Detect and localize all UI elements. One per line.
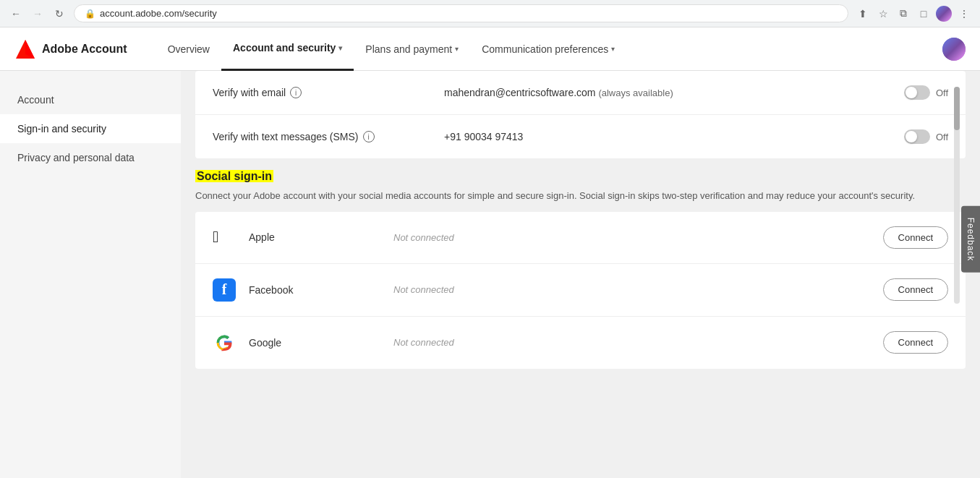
back-button[interactable]: ← xyxy=(7,5,25,22)
browser-chrome: ← → ↻ 🔒 account.adobe.com/security ⬆ ☆ ⧉… xyxy=(0,0,980,27)
share-icon[interactable]: ⬆ xyxy=(854,5,872,22)
chevron-down-icon: ▾ xyxy=(338,44,342,52)
facebook-connect-button[interactable]: Connect xyxy=(883,278,948,301)
social-row-apple:  Apple Not connected Connect xyxy=(195,212,966,264)
toggle-knob xyxy=(906,131,917,142)
app-title: Adobe Account xyxy=(42,43,127,56)
verify-sms-toggle[interactable] xyxy=(904,129,930,144)
social-signin-heading-area: Social sign-in xyxy=(195,170,966,183)
chevron-down-icon: ▾ xyxy=(455,45,459,53)
social-signin-description: Connect your Adobe account with your soc… xyxy=(195,189,966,203)
verify-sms-toggle-area: Off xyxy=(904,129,948,144)
browser-nav-icons: ← → ↻ xyxy=(7,5,68,22)
verify-sms-info-icon[interactable]: i xyxy=(363,131,375,142)
feedback-tab[interactable]: Feedback xyxy=(961,205,980,273)
social-row-google: Google Not connected Connect xyxy=(195,317,966,369)
forward-button[interactable]: → xyxy=(29,5,46,22)
facebook-status: Not connected xyxy=(393,284,883,295)
nav-overview[interactable]: Overview xyxy=(156,27,221,71)
refresh-button[interactable]: ↻ xyxy=(51,5,68,22)
verify-email-toggle[interactable] xyxy=(904,85,930,100)
profile-icon[interactable] xyxy=(935,5,953,22)
apple-status: Not connected xyxy=(393,232,883,243)
sidebar-item-signin-security[interactable]: Sign-in and security xyxy=(0,114,181,143)
verify-email-info-icon[interactable]: i xyxy=(290,87,302,98)
nav-plans-payment[interactable]: Plans and payment ▾ xyxy=(354,27,470,71)
facebook-name: Facebook xyxy=(249,284,393,296)
verify-sms-toggle-label: Off xyxy=(936,132,948,142)
sidebar-item-privacy[interactable]: Privacy and personal data xyxy=(0,143,181,172)
extensions-icon[interactable]: ⧉ xyxy=(895,5,912,22)
verify-email-toggle-label: Off xyxy=(936,88,948,98)
verify-sms-row: Verify with text messages (SMS) i +91 90… xyxy=(195,115,966,158)
scrollbar[interactable] xyxy=(954,87,960,304)
verify-sms-value: +91 90034 97413 xyxy=(444,131,904,142)
chevron-down-icon: ▾ xyxy=(611,45,615,53)
star-icon[interactable]: ☆ xyxy=(874,5,892,22)
verify-email-row: Verify with email i mahendran@centricsof… xyxy=(195,71,966,115)
social-signin-title: Social sign-in xyxy=(195,170,273,182)
apple-icon-area:  xyxy=(213,228,249,247)
nav-communication[interactable]: Communication preferences ▾ xyxy=(470,27,626,71)
adobe-logo-area: Adobe Account xyxy=(14,38,127,60)
verify-email-label: Verify with email i xyxy=(213,87,444,98)
google-status: Not connected xyxy=(393,337,883,348)
google-icon xyxy=(213,331,236,354)
address-bar[interactable]: 🔒 account.adobe.com/security xyxy=(74,4,848,22)
social-signin-section: Social sign-in Connect your Adobe accoun… xyxy=(195,170,966,369)
verify-sms-label: Verify with text messages (SMS) i xyxy=(213,131,444,142)
adobe-logo-icon xyxy=(14,38,36,60)
verify-section-card: Verify with email i mahendran@centricsof… xyxy=(195,71,966,158)
apple-connect-button[interactable]: Connect xyxy=(883,226,948,249)
sidebar-item-account[interactable]: Account xyxy=(0,85,181,114)
browser-actions: ⬆ ☆ ⧉ □ ⋮ xyxy=(854,5,973,22)
always-available-text: (always available) xyxy=(598,88,673,98)
header-nav: Overview Account and security ▾ Plans an… xyxy=(156,27,921,71)
verify-email-value: mahendran@centricsoftware.com (always av… xyxy=(444,87,904,98)
social-row-facebook: f Facebook Not connected Connect xyxy=(195,264,966,317)
sidebar: Account Sign-in and security Privacy and… xyxy=(0,71,181,478)
google-connect-button[interactable]: Connect xyxy=(883,331,948,354)
more-menu-icon[interactable]: ⋮ xyxy=(955,5,973,22)
verify-email-toggle-area: Off xyxy=(904,85,948,100)
page-layout: Account Sign-in and security Privacy and… xyxy=(0,71,980,478)
apple-name: Apple xyxy=(249,231,393,243)
apple-icon:  xyxy=(213,228,218,247)
facebook-icon-area: f xyxy=(213,278,249,302)
toggle-knob xyxy=(906,87,917,98)
window-icon[interactable]: □ xyxy=(915,5,932,22)
google-icon-area xyxy=(213,331,249,354)
user-avatar[interactable] xyxy=(942,38,966,61)
lock-icon: 🔒 xyxy=(85,9,95,19)
facebook-icon: f xyxy=(213,278,236,302)
scrollbar-thumb[interactable] xyxy=(954,87,960,130)
main-content: Verify with email i mahendran@centricsof… xyxy=(181,71,980,478)
url-text: account.adobe.com/security xyxy=(100,8,217,19)
google-name: Google xyxy=(249,337,393,349)
social-providers-card:  Apple Not connected Connect f xyxy=(195,212,966,369)
app-header: Adobe Account Overview Account and secur… xyxy=(0,27,980,71)
nav-account-security[interactable]: Account and security ▾ xyxy=(221,27,354,71)
